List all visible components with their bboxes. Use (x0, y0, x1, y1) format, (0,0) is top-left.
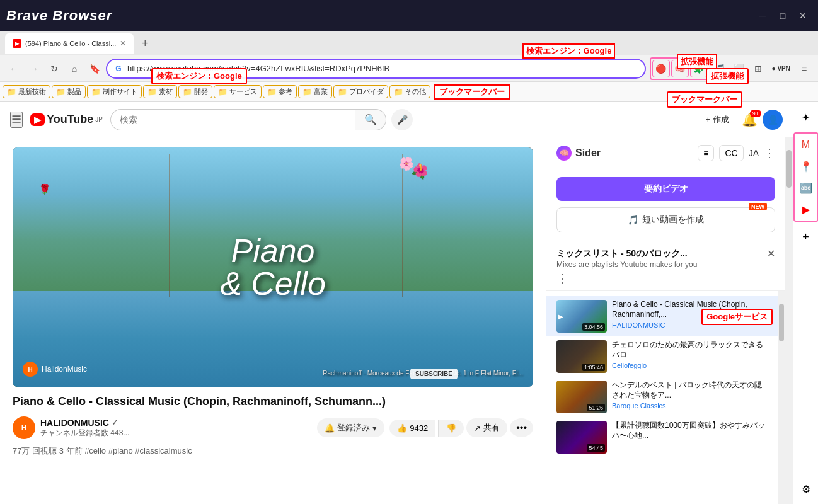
sider-more-button[interactable]: ⋮ (764, 146, 775, 160)
video-overlay-line1: Piano (220, 234, 326, 267)
sidebar-star-icon[interactable]: ✦ (796, 107, 816, 127)
thumbs-down-icon: 👎 (446, 423, 456, 433)
bookmark-item-1[interactable]: 📁 最新技術 (3, 85, 50, 98)
maximize-button[interactable]: □ (774, 7, 792, 25)
sider-list-button[interactable]: ≡ (698, 145, 714, 161)
bookmark-item-4[interactable]: 📁 素材 (143, 85, 177, 98)
sider-brain-icon: 🧠 (556, 146, 572, 161)
share-icon: ↗ (474, 423, 481, 433)
youtube-search-button[interactable]: 🔍 (355, 109, 386, 130)
bookmark-button[interactable]: 🔖 (86, 60, 103, 77)
tab-close-button[interactable]: ✕ (120, 39, 126, 48)
forward-button[interactable]: → (25, 60, 43, 77)
bookmark-label: プロバイダ (349, 87, 384, 96)
window-controls: ─ □ ✕ (754, 7, 812, 25)
video-player[interactable]: 🌸🌺 🌹 Piano & Cello H HalidonMusic Rachm (13, 147, 533, 387)
back-button[interactable]: ← (5, 60, 23, 77)
sidebar-add-button[interactable]: + (796, 227, 816, 247)
sidebar-icon[interactable]: ⊞ (749, 60, 767, 77)
playlist-close-button[interactable]: ✕ (767, 248, 775, 260)
youtube-mic-button[interactable]: 🎤 (391, 109, 413, 130)
ext-brave-shield[interactable]: 🔴 (652, 60, 670, 77)
minimize-button[interactable]: ─ (754, 7, 771, 25)
subscribe-overlay-btn[interactable]: SUBSCRIBE (410, 369, 458, 379)
close-button[interactable]: ✕ (794, 7, 812, 25)
active-tab[interactable]: ▶ (594) Piano & Cello - Classi... ✕ (5, 33, 134, 54)
main-scrollbar[interactable] (785, 137, 793, 504)
short-video-button[interactable]: 🎵 短い動画を作成 NEW (556, 207, 775, 232)
short-video-label: 短い動画を作成 (642, 214, 704, 226)
bookmark-label: 参考 (279, 87, 292, 96)
sider-cc-button[interactable]: CC (719, 145, 743, 161)
yt-menu-button[interactable]: ☰ (10, 112, 23, 128)
video-watermark: H HalidonMusic (23, 362, 87, 377)
sider-header-right: ≡ CC JA ⋮ (698, 145, 775, 161)
playlist-item-3[interactable]: 51:26 ヘンデルのベスト | バロック時代の天才の隠された宝物をア... B… (546, 377, 778, 417)
annotation-bookmarks-label: ブックマークバー (667, 91, 742, 108)
bookmark-item-5[interactable]: 📁 開発 (178, 85, 212, 98)
youtube-notification-button[interactable]: 🔔 9+ (742, 112, 758, 127)
youtube-main-content: 🌸🌺 🌹 Piano & Cello H HalidonMusic Rachm (0, 137, 546, 504)
subscribed-button[interactable]: 🔔 登録済み ▾ (317, 418, 384, 437)
playlist-item-2[interactable]: 1:05:46 チェロソロのための最高のリラックスできるバロ Cellofegg… (546, 336, 778, 377)
playlist-item-4[interactable]: 54:45 【累計視聴回数1000万回突破】おやすみバッハ〜心地... (546, 417, 778, 457)
channel-name[interactable]: HALIDONMUSIC ✓ (40, 418, 312, 428)
bookmark-label: サービス (229, 87, 257, 96)
folder-icon: 📁 (338, 88, 347, 96)
folder-icon: 📁 (183, 88, 192, 96)
youtube-sidebar-icon[interactable]: ▶ (796, 199, 816, 219)
playlist-thumb-1: ▶ 3:04:56 (556, 300, 607, 333)
youtube-search-input[interactable] (110, 109, 355, 130)
flowers-left: 🌹 (38, 183, 51, 195)
google-mail-icon[interactable]: M (796, 135, 816, 155)
vpn-area[interactable]: ● VPN (768, 64, 794, 73)
new-badge: NEW (749, 203, 767, 210)
verified-icon: ✓ (112, 418, 118, 427)
youtube-header-right: + 作成 🔔 9+ 👤 (698, 110, 783, 130)
menu-button[interactable]: ≡ (795, 60, 813, 77)
google-services-area: M 📍 🔤 ▶ (793, 132, 819, 222)
folder-icon: 📁 (218, 88, 228, 96)
bookmark-item-7[interactable]: 📁 参考 (263, 85, 297, 98)
bookmark-label: 製品 (67, 87, 81, 96)
playlist-item-channel-3[interactable]: Baroque Classics (612, 402, 768, 410)
bookmark-item-10[interactable]: 📁 その他 (389, 85, 430, 98)
like-button[interactable]: 👍 9432 (389, 420, 435, 437)
google-translate-icon[interactable]: 🔤 (796, 178, 816, 198)
youtube-logo-text: YouTube (47, 113, 93, 126)
bookmark-item-9[interactable]: 📁 プロバイダ (333, 85, 388, 98)
channel-avatar[interactable]: H (13, 416, 35, 439)
sidebar-settings-icon[interactable]: ⚙ (796, 479, 816, 499)
playlist-more-button[interactable]: ⋮ (556, 272, 775, 285)
folder-icon: 📁 (56, 88, 66, 96)
summary-video-button[interactable]: 要約ビデオ (556, 177, 775, 201)
youtube-create-button[interactable]: + 作成 (698, 110, 737, 130)
bookmark-label: 富業 (314, 87, 328, 96)
youtube-logo-jp: JP (95, 116, 103, 123)
bookmark-item-2[interactable]: 📁 製品 (52, 85, 86, 98)
new-tab-button[interactable]: + (136, 35, 154, 52)
google-maps-icon[interactable]: 📍 (796, 156, 816, 176)
bookmark-item-8[interactable]: 📁 富業 (298, 85, 332, 98)
bookmark-item-6[interactable]: 📁 サービス (214, 85, 262, 98)
bookmark-label: 最新技術 (18, 87, 46, 96)
annotation-search-label: 検索エンジン：Google (151, 68, 247, 84)
dislike-button[interactable]: 👎 (438, 420, 464, 437)
duration-4: 54:45 (587, 444, 605, 452)
video-meta-row: H HALIDONMUSIC ✓ チャンネル登録者数 443... 🔔 登 (13, 416, 533, 439)
reload-button[interactable]: ↻ (45, 60, 63, 77)
notification-badge: 9+ (750, 110, 761, 117)
subscribed-label: 登録済み (337, 422, 370, 433)
share-button[interactable]: ↗ 共有 (466, 418, 507, 437)
main-scrollbar-thumb (786, 150, 792, 188)
share-label: 共有 (483, 422, 500, 433)
chevron-down-icon: ▾ (372, 423, 377, 433)
home-button[interactable]: ⌂ (66, 60, 83, 77)
youtube-avatar[interactable]: 👤 (763, 110, 783, 130)
playlist-scrollbar[interactable] (778, 291, 785, 504)
playlist-item-channel-2[interactable]: Cellofeggio (612, 362, 768, 369)
bookmark-item-3[interactable]: 📁 制作サイト (87, 85, 142, 98)
bookmark-label: 制作サイト (103, 87, 137, 96)
more-options-button[interactable]: ••• (510, 418, 533, 437)
youtube-logo[interactable]: ▶ YouTube JP (30, 113, 103, 126)
